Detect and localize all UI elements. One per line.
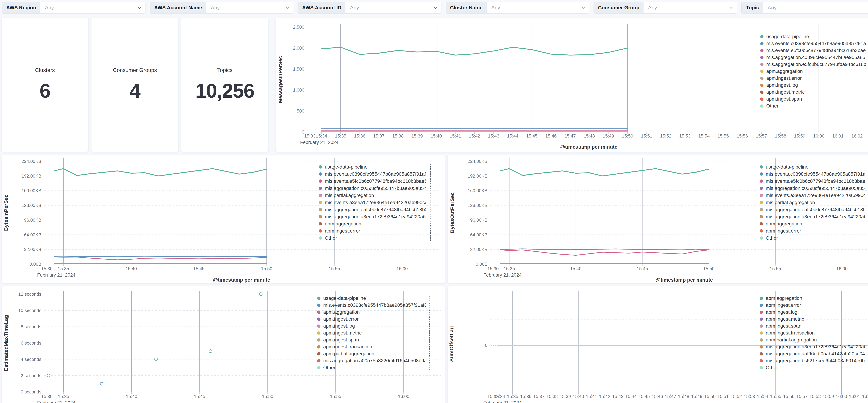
legend-item[interactable]: mis.aggregation.c0398cfe955447b8ae905a85…	[760, 185, 868, 192]
kebab-menu-icon[interactable]	[429, 185, 432, 192]
filter-control-consumer-group[interactable]: Consumer GroupAny	[593, 2, 737, 13]
filter-value[interactable]: Any	[644, 2, 737, 13]
legend-item[interactable]: mis.aggregation.a3eea172e9364e1ea94220a6…	[760, 343, 868, 350]
kebab-menu-icon[interactable]	[429, 309, 431, 315]
legend-item[interactable]: mis.events.c0398cfe955447b8ae905a857f91a…	[319, 170, 432, 177]
kebab-menu-icon[interactable]	[429, 178, 432, 184]
legend-label: apm.partial.aggregation	[766, 337, 865, 343]
kebab-menu-icon[interactable]	[429, 171, 432, 177]
legend-item[interactable]: mis.partial.aggregation	[760, 199, 868, 206]
legend-item[interactable]: apm.aggregation	[760, 68, 868, 75]
legend-item[interactable]: apm.aggregation	[760, 295, 868, 302]
filter-value[interactable]: Any	[40, 2, 145, 13]
scatter-point[interactable]	[100, 382, 103, 385]
kebab-menu-icon[interactable]	[429, 221, 432, 227]
filter-value[interactable]: Any	[345, 2, 441, 13]
legend-item[interactable]: mis.aggregation.c0398cfe955447b8ae905a85…	[319, 185, 432, 192]
legend-item[interactable]: mis.aggregation.aaf96ddf05ab4142afb20cd0…	[760, 350, 868, 357]
legend-item[interactable]: apm.aggregation	[317, 309, 431, 315]
metric-label: Clusters	[35, 67, 55, 73]
legend-item[interactable]: apm.ingest.metric	[760, 89, 868, 96]
kebab-menu-icon[interactable]	[429, 323, 431, 330]
legend-item[interactable]: mis.events.a3eea172e9364e1ea94220a6990cc…	[319, 199, 432, 206]
legend-item[interactable]: apm.ingest.span	[760, 323, 868, 330]
filter-value[interactable]: Any	[206, 2, 293, 13]
legend-item[interactable]: mis.events.e5fc0b6c877948fba94bc618b3bae…	[760, 47, 868, 54]
legend-item[interactable]: mis.aggregation.a00575a3220d4d16a4b568b9…	[317, 357, 431, 364]
scatter-point[interactable]	[259, 293, 262, 296]
legend-item[interactable]: mis.aggregation.a3eea172e9364e1ea94220a6…	[760, 213, 868, 220]
scatter-point[interactable]	[155, 358, 157, 361]
legend-item[interactable]: mis.events.a3eea172e9364e1ea94220a6990cc…	[760, 192, 868, 199]
kebab-menu-icon[interactable]	[429, 330, 431, 336]
legend-item[interactable]: apm.ingest.error	[760, 227, 868, 234]
legend-item[interactable]: usage-data-pipeline	[760, 163, 868, 170]
legend-item[interactable]: apm.ingest.log	[760, 309, 868, 315]
legend-item[interactable]: apm.ingest.log	[760, 82, 868, 89]
legend-item[interactable]: apm.ingest.metric	[760, 315, 868, 323]
legend-item[interactable]: usage-data-pipeline	[319, 163, 432, 170]
kebab-menu-icon[interactable]	[429, 343, 431, 350]
legend-item[interactable]: apm.aggregation	[319, 220, 432, 227]
legend-item[interactable]: mis.events.c0398cfe955447b8ae905a857f91a…	[760, 170, 868, 177]
legend-item[interactable]: apm.aggregation	[760, 220, 868, 227]
kebab-menu-icon[interactable]	[429, 164, 432, 170]
legend-item[interactable]: mis.aggregation.bc6217cee6f44503a6014e0b…	[760, 357, 868, 364]
legend-item[interactable]: mis.events.c0398cfe955447b8ae905a857f91a…	[760, 40, 868, 47]
kebab-menu-icon[interactable]	[429, 199, 432, 206]
legend-item[interactable]: mis.aggregation.e5fc0b6c877948fba94bc618…	[760, 206, 868, 213]
legend-item[interactable]: apm.partial.aggregation	[317, 350, 431, 357]
kebab-menu-icon[interactable]	[429, 295, 431, 302]
legend-item[interactable]: mis.events.e5fc0b6c877948fba94bc618b3bae…	[760, 177, 868, 185]
legend-item[interactable]: apm.ingest.error	[317, 315, 431, 323]
legend-item[interactable]: Other	[760, 234, 868, 241]
legend-item[interactable]: apm.ingest.error	[760, 75, 868, 82]
legend-item[interactable]: apm.ingest.span	[760, 96, 868, 102]
kebab-menu-icon[interactable]	[429, 350, 431, 357]
legend-item[interactable]: mis.aggregation.a3eea172e9364e1ea94220a6…	[319, 213, 432, 220]
metric-label: Topics	[217, 67, 232, 73]
legend-item[interactable]: mis.events.c0398cfe955447b8ae905a857f91a…	[317, 302, 431, 309]
metric-value: 10,256	[195, 79, 254, 102]
filter-control-topic[interactable]: TopicAny	[741, 2, 868, 13]
kebab-menu-icon[interactable]	[429, 316, 431, 323]
legend-item[interactable]: apm.ingest.span	[317, 336, 431, 343]
x-axis-tick-label: 15:40	[126, 394, 137, 399]
legend-item[interactable]: apm.ingest.log	[317, 323, 431, 330]
kebab-menu-icon[interactable]	[429, 228, 432, 234]
legend-item[interactable]: mis.aggregation.e5fc0b6c877948fba94bc618…	[760, 61, 868, 68]
filter-value[interactable]: Any	[763, 2, 868, 13]
kebab-menu-icon[interactable]	[429, 358, 431, 364]
filter-control-aws-region[interactable]: AWS RegionAny	[2, 2, 146, 13]
scatter-point[interactable]	[209, 350, 212, 353]
filter-value[interactable]: Any	[487, 2, 589, 13]
legend-item[interactable]: apm.ingest.transaction	[760, 330, 868, 336]
kebab-menu-icon[interactable]	[429, 364, 431, 371]
legend-item[interactable]: mis.events.e5fc0b6c877948fba94bc618b3bae…	[319, 177, 432, 185]
legend-item[interactable]: apm.ingest.transaction	[317, 343, 431, 350]
legend-item[interactable]: apm.ingest.error	[319, 227, 432, 234]
kebab-menu-icon[interactable]	[429, 192, 432, 199]
legend-item[interactable]: apm.ingest.metric	[317, 330, 431, 336]
scatter-point[interactable]	[47, 374, 50, 377]
legend-item[interactable]: mis.aggregation.e5fc0b6c877948fba94bc618…	[319, 206, 432, 213]
legend-item[interactable]: apm.ingest.error	[760, 302, 868, 309]
kebab-menu-icon[interactable]	[429, 206, 432, 213]
legend-item[interactable]: usage-data-pipeline	[760, 33, 868, 40]
kebab-menu-icon[interactable]	[429, 235, 432, 241]
filter-control-aws-account-name[interactable]: AWS Account NameAny	[150, 2, 293, 13]
legend-item[interactable]: mis.partial.aggregation	[319, 192, 432, 199]
legend-item[interactable]: Other	[760, 102, 868, 109]
kebab-menu-icon[interactable]	[429, 213, 432, 220]
legend-item[interactable]: Other	[319, 234, 432, 241]
filter-control-cluster-name[interactable]: Cluster NameAny	[446, 2, 589, 13]
legend-item[interactable]: apm.partial.aggregation	[760, 336, 868, 343]
legend-item[interactable]: Other	[317, 364, 431, 371]
kebab-menu-icon[interactable]	[429, 337, 431, 343]
legend-item[interactable]: usage-data-pipeline	[317, 295, 431, 302]
legend-item[interactable]: mis.aggregation.c0398cfe955447b8ae905a85…	[760, 54, 868, 61]
kebab-menu-icon[interactable]	[429, 302, 431, 309]
filter-control-aws-account-id[interactable]: AWS Account IDAny	[298, 2, 441, 13]
legend-label: apm.ingest.log	[323, 323, 426, 329]
legend-item[interactable]: Other	[760, 364, 868, 371]
